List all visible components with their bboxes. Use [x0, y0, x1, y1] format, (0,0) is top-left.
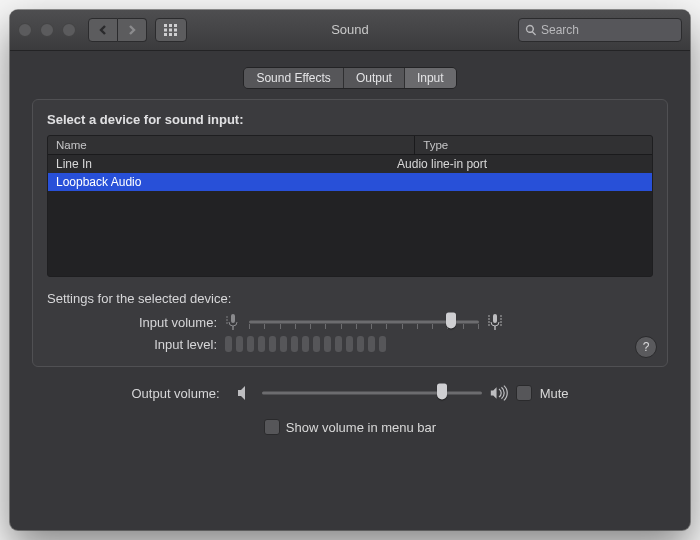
input-heading: Select a device for sound input:	[47, 112, 653, 127]
minimize-window-button[interactable]	[40, 23, 54, 37]
pane-body: Sound Effects Output Input Select a devi…	[10, 51, 690, 530]
column-name[interactable]: Name	[48, 136, 415, 154]
table-row[interactable]: Line In Audio line-in port	[48, 155, 652, 173]
search-placeholder: Search	[541, 23, 579, 37]
svg-point-13	[226, 322, 228, 324]
tab-sound-effects[interactable]: Sound Effects	[244, 68, 344, 88]
chevron-left-icon	[98, 25, 108, 35]
titlebar: Sound Search	[10, 10, 690, 51]
svg-rect-15	[494, 326, 495, 330]
svg-rect-4	[169, 29, 172, 32]
close-window-button[interactable]	[18, 23, 32, 37]
table-header: Name Type	[48, 136, 652, 155]
svg-point-18	[488, 321, 490, 323]
microphone-low-icon	[225, 313, 241, 331]
show-volume-menubar-label: Show volume in menu bar	[286, 420, 436, 435]
back-button[interactable]	[88, 18, 118, 42]
svg-point-22	[500, 321, 502, 323]
speaker-high-icon	[490, 385, 508, 401]
svg-rect-6	[164, 33, 167, 36]
grid-icon	[164, 24, 178, 36]
output-volume-row: Output volume: Mute	[32, 383, 668, 403]
tab-bar: Sound Effects Output Input	[32, 67, 668, 89]
input-volume-label: Input volume:	[47, 315, 225, 330]
show-volume-menubar-checkbox[interactable]	[264, 419, 280, 435]
svg-rect-10	[232, 326, 233, 330]
svg-rect-9	[231, 314, 235, 323]
forward-button[interactable]	[118, 18, 147, 42]
search-field[interactable]: Search	[518, 18, 682, 42]
svg-rect-2	[174, 24, 177, 27]
column-type[interactable]: Type	[415, 136, 652, 154]
chevron-right-icon	[127, 25, 137, 35]
nav-buttons	[88, 18, 147, 42]
mute-label: Mute	[540, 386, 569, 401]
svg-point-17	[488, 318, 490, 320]
help-icon: ?	[643, 340, 650, 354]
device-type: Audio line-in port	[397, 157, 644, 171]
svg-point-12	[226, 319, 228, 321]
help-button[interactable]: ?	[635, 336, 657, 358]
show-all-button[interactable]	[155, 18, 187, 42]
table-row[interactable]: Loopback Audio	[48, 173, 652, 191]
output-volume-label: Output volume:	[131, 386, 227, 401]
svg-rect-5	[174, 29, 177, 32]
input-level-label: Input level:	[47, 337, 225, 352]
menubar-row: Show volume in menu bar	[32, 419, 668, 435]
input-group: Select a device for sound input: Name Ty…	[32, 99, 668, 367]
input-level-row: Input level:	[47, 336, 653, 352]
device-type	[397, 175, 644, 189]
svg-point-21	[500, 318, 502, 320]
tab-output[interactable]: Output	[344, 68, 405, 88]
mute-checkbox[interactable]	[516, 385, 532, 401]
zoom-window-button[interactable]	[62, 23, 76, 37]
svg-point-20	[500, 315, 502, 317]
svg-point-11	[226, 316, 228, 318]
svg-rect-3	[164, 29, 167, 32]
tab-input[interactable]: Input	[405, 68, 456, 88]
input-device-table: Name Type Line In Audio line-in port Loo…	[47, 135, 653, 277]
svg-point-19	[488, 324, 490, 326]
svg-rect-0	[164, 24, 167, 27]
output-volume-slider[interactable]	[262, 383, 482, 403]
svg-rect-7	[169, 33, 172, 36]
device-name: Loopback Audio	[56, 175, 397, 189]
microphone-high-icon	[487, 313, 503, 331]
speaker-low-icon	[236, 385, 254, 401]
search-icon	[525, 24, 537, 36]
input-volume-row: Input volume:	[47, 312, 653, 332]
input-level-meter	[225, 336, 386, 352]
sound-preferences-window: Sound Search Sound Effects Output Input …	[10, 10, 690, 530]
svg-rect-14	[493, 314, 497, 323]
device-name: Line In	[56, 157, 397, 171]
svg-rect-8	[174, 33, 177, 36]
svg-point-23	[500, 324, 502, 326]
svg-point-16	[488, 315, 490, 317]
input-volume-slider[interactable]	[249, 312, 479, 332]
settings-heading: Settings for the selected device:	[47, 291, 653, 306]
svg-rect-1	[169, 24, 172, 27]
window-controls	[18, 23, 76, 37]
